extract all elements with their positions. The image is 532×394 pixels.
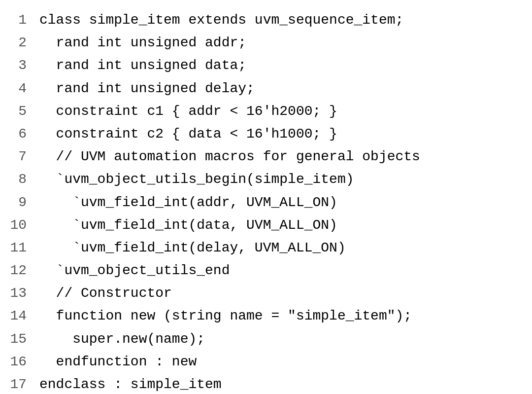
line-number: 12 (10, 259, 27, 282)
code-line: `uvm_field_int(data, UVM_ALL_ON) (39, 214, 420, 237)
code-line: // Constructor (39, 282, 420, 305)
code-line: constraint c2 { data < 16'h1000; } (39, 123, 420, 145)
code-line: rand int unsigned data; (39, 54, 420, 77)
code-column: class simple_item extends uvm_sequence_i… (34, 5, 430, 389)
line-number: 4 (10, 77, 27, 100)
line-number: 11 (10, 237, 27, 259)
code-line: `uvm_field_int(addr, UVM_ALL_ON) (39, 191, 420, 214)
line-number: 2 (10, 32, 27, 54)
line-number: 3 (10, 54, 27, 77)
line-number: 7 (10, 145, 27, 168)
line-number: 5 (10, 100, 27, 123)
code-line: // UVM automation macros for general obj… (39, 145, 420, 168)
code-line: super.new(name); (39, 328, 420, 351)
code-line: `uvm_object_utils_end (39, 259, 420, 282)
code-viewer: 1234567891011121314151617 class simple_i… (0, 0, 532, 394)
code-line: endfunction : new (39, 351, 420, 373)
line-number-column: 1234567891011121314151617 (0, 5, 34, 389)
line-number: 15 (10, 328, 27, 351)
line-number: 1 (10, 9, 27, 32)
code-line: `uvm_object_utils_begin(simple_item) (39, 168, 420, 191)
code-line: function new (string name = "simple_item… (39, 305, 420, 327)
line-number: 16 (10, 351, 27, 373)
line-number: 10 (10, 214, 27, 237)
line-number: 9 (10, 191, 27, 214)
code-line: class simple_item extends uvm_sequence_i… (39, 9, 420, 32)
code-line: `uvm_field_int(delay, UVM_ALL_ON) (39, 237, 420, 259)
code-line: rand int unsigned addr; (39, 32, 420, 54)
code-line: rand int unsigned delay; (39, 77, 420, 100)
line-number: 17 (10, 373, 27, 394)
code-line: constraint c1 { addr < 16'h2000; } (39, 100, 420, 123)
line-number: 14 (10, 305, 27, 327)
line-number: 6 (10, 123, 27, 145)
code-line: endclass : simple_item (39, 373, 420, 394)
line-number: 13 (10, 282, 27, 305)
line-number: 8 (10, 168, 27, 191)
